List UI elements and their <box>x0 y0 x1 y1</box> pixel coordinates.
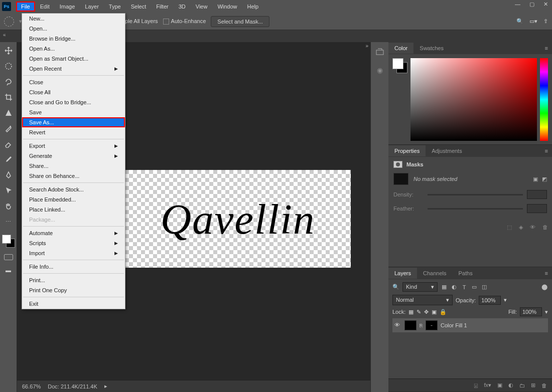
lock-artboard-icon[interactable]: ▣ <box>432 309 437 315</box>
minimize-button[interactable]: — <box>515 1 520 8</box>
layer-style-icon[interactable]: fx▾ <box>484 382 491 388</box>
menu-item-browse-in-bridge[interactable]: Browse in Bridge... <box>22 34 125 44</box>
menu-item-open-as-smart-object[interactable]: Open as Smart Object... <box>22 54 125 64</box>
hand-tool[interactable] <box>3 201 14 212</box>
tab-swatches[interactable]: Swatches <box>413 43 450 54</box>
menu-item-file-info[interactable]: File Info... <box>22 262 125 272</box>
lock-transparency-icon[interactable]: ▦ <box>408 309 413 315</box>
vector-mask-button[interactable]: ◩ <box>542 176 547 182</box>
tab-channels[interactable]: Channels <box>417 268 452 279</box>
filter-smart-icon[interactable]: ◫ <box>481 284 488 291</box>
creative-cloud-icon[interactable]: ◉ <box>374 64 386 76</box>
delete-layer-icon[interactable]: 🗑 <box>541 382 547 388</box>
toggle-mask-icon[interactable]: 👁 <box>530 224 535 231</box>
menu-item-automate[interactable]: Automate▶ <box>22 228 125 238</box>
panel-icon-1[interactable] <box>375 47 385 57</box>
menu-help[interactable]: Help <box>242 2 264 12</box>
workspace-icon[interactable]: ▭▾ <box>529 18 537 25</box>
lock-paint-icon[interactable]: ✎ <box>417 309 421 315</box>
adjustment-layer-icon[interactable]: ◐ <box>508 382 513 388</box>
menu-view[interactable]: View <box>191 2 213 12</box>
menu-item-place-linked[interactable]: Place Linked... <box>22 205 125 215</box>
menu-item-close-and-go-to-bridge[interactable]: Close and Go to Bridge... <box>22 97 125 107</box>
load-selection-icon[interactable]: ⬚ <box>507 224 512 231</box>
filter-kind-select[interactable]: Kind▾ <box>402 282 438 292</box>
filter-adjust-icon[interactable]: ◐ <box>451 284 458 291</box>
pen-tool[interactable] <box>3 169 14 180</box>
color-swatch[interactable] <box>2 235 15 248</box>
feather-value[interactable] <box>527 204 547 213</box>
menu-item-exit[interactable]: Exit <box>22 299 125 309</box>
tab-properties[interactable]: Properties <box>388 145 426 156</box>
collapse-panels-icon[interactable]: » <box>365 43 368 49</box>
menu-select[interactable]: Select <box>126 2 152 12</box>
filter-pixel-icon[interactable]: ▦ <box>441 284 448 291</box>
menu-3d[interactable]: 3D <box>174 2 191 12</box>
more-tools[interactable]: ⋯ <box>3 216 14 227</box>
menu-item-scripts[interactable]: Scripts▶ <box>22 238 125 248</box>
quick-mask-icon[interactable] <box>4 254 13 260</box>
eyedropper-tool[interactable] <box>3 154 14 165</box>
opacity-value[interactable]: 100% <box>479 296 501 305</box>
lock-all-icon[interactable]: 🔒 <box>440 309 447 315</box>
feather-slider[interactable] <box>428 208 523 210</box>
filter-type-icon[interactable]: T <box>461 284 468 291</box>
menu-item-close-all[interactable]: Close All <box>22 87 125 97</box>
brush-tool[interactable] <box>3 123 14 134</box>
menu-item-close[interactable]: Close <box>22 77 125 87</box>
menu-item-print-one-copy[interactable]: Print One Copy <box>22 285 125 295</box>
menu-item-search-adobe-stock[interactable]: Search Adobe Stock... <box>22 184 125 194</box>
menu-item-open[interactable]: Open... <box>22 24 125 34</box>
tab-color[interactable]: Color <box>388 43 413 54</box>
properties-panel-menu-icon[interactable]: ≡ <box>545 148 552 154</box>
eraser-tool[interactable] <box>3 138 14 149</box>
layers-panel-menu-icon[interactable]: ≡ <box>545 270 552 276</box>
menu-item-generate[interactable]: Generate▶ <box>22 151 125 161</box>
tool-preset-icon[interactable] <box>4 17 14 27</box>
menu-item-save[interactable]: Save <box>22 107 125 117</box>
menu-item-import[interactable]: Import▶ <box>22 248 125 258</box>
menu-item-open-recent[interactable]: Open Recent▶ <box>22 64 125 74</box>
tab-adjustments[interactable]: Adjustments <box>426 145 468 156</box>
zoom-level[interactable]: 66.67% <box>22 383 41 389</box>
maximize-button[interactable]: ▢ <box>529 1 534 8</box>
fill-caret[interactable]: ▾ <box>545 309 548 315</box>
density-value[interactable] <box>527 190 547 199</box>
color-panel-swatch[interactable] <box>392 58 407 73</box>
menu-item-revert[interactable]: Revert <box>22 127 125 137</box>
status-caret[interactable]: ▸ <box>104 383 107 389</box>
tab-layers[interactable]: Layers <box>388 268 417 279</box>
menu-edit[interactable]: Edit <box>35 2 55 12</box>
filter-toggle[interactable]: ⬤ <box>541 284 548 291</box>
hue-slider[interactable] <box>540 58 548 141</box>
fill-value[interactable]: 100% <box>520 307 542 316</box>
filter-icon[interactable]: 🔍 <box>392 284 399 290</box>
screen-mode-icon[interactable]: ▬ <box>3 265 14 276</box>
menu-filter[interactable]: Filter <box>151 2 173 12</box>
pixel-mask-button[interactable]: ▣ <box>533 176 538 182</box>
select-and-mask-button[interactable]: Select and Mask... <box>211 16 269 27</box>
menu-item-share[interactable]: Share... <box>22 161 125 171</box>
path-select-tool[interactable] <box>3 185 14 196</box>
menu-item-open-as[interactable]: Open As... <box>22 44 125 54</box>
move-tool[interactable] <box>3 45 14 56</box>
visibility-icon[interactable]: 👁 <box>394 322 401 329</box>
menu-item-place-embedded[interactable]: Place Embedded... <box>22 194 125 205</box>
document-canvas[interactable]: Qavellin <box>125 170 351 268</box>
menu-item-print[interactable]: Print... <box>22 275 125 285</box>
menu-file[interactable]: File <box>16 2 35 12</box>
color-field[interactable] <box>410 58 537 141</box>
share-icon[interactable]: ⇪ <box>543 18 548 25</box>
blend-mode-select[interactable]: Normal▾ <box>392 295 453 305</box>
layer-mask-icon[interactable]: ▣ <box>497 382 502 388</box>
search-icon[interactable]: 🔍 <box>516 18 523 25</box>
group-icon[interactable]: 🗀 <box>519 382 525 388</box>
close-button[interactable]: ✕ <box>543 1 548 8</box>
link-layers-icon[interactable]: ⍗ <box>474 382 478 388</box>
collapse-toolbar-icon[interactable]: « <box>3 32 6 38</box>
menu-item-new[interactable]: New... <box>22 14 125 24</box>
new-layer-icon[interactable]: ⊞ <box>531 382 535 388</box>
apply-mask-icon[interactable]: ◈ <box>519 224 523 231</box>
delete-mask-icon[interactable]: 🗑 <box>542 224 548 231</box>
opacity-caret[interactable]: ▾ <box>504 297 507 303</box>
